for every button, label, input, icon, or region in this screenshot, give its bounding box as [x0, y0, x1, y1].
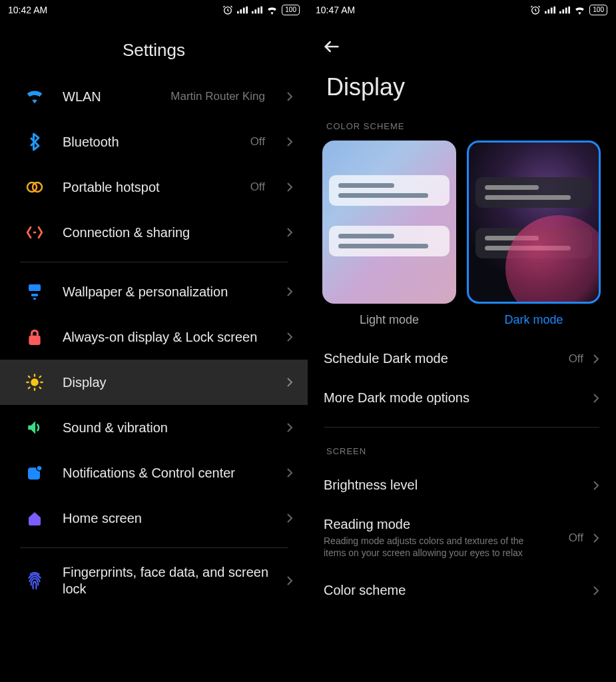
signal-icon — [237, 6, 248, 14]
row-wlan[interactable]: WLAN Martin Router King — [0, 74, 308, 119]
fingerprint-icon — [24, 570, 45, 591]
alarm-icon — [222, 5, 233, 15]
dark-mode-preview — [467, 141, 601, 304]
row-label: Reading mode — [324, 517, 562, 532]
divider — [20, 547, 288, 548]
chevron-right-icon — [286, 332, 293, 342]
row-label: Sound & vibration — [63, 420, 269, 436]
wallpaper-icon — [24, 281, 45, 302]
svg-rect-6 — [255, 9, 257, 13]
control-center-icon — [24, 462, 45, 484]
light-mode-preview — [322, 141, 456, 304]
row-label: Portable hotspot — [63, 179, 233, 196]
page-title: Display — [308, 60, 615, 117]
status-time: 10:42 AM — [8, 5, 47, 15]
chevron-right-icon — [286, 137, 293, 147]
svg-line-23 — [29, 387, 30, 388]
wifi-icon — [24, 86, 45, 107]
row-connection-sharing[interactable]: Connection & sharing — [0, 210, 308, 255]
status-icons: 100 — [222, 5, 300, 15]
row-label: More Dark mode options — [324, 390, 586, 406]
row-more-dark-mode[interactable]: More Dark mode options — [308, 378, 615, 418]
row-label: Connection & sharing — [63, 224, 269, 241]
light-mode-label: Light mode — [360, 313, 419, 327]
alarm-icon — [530, 5, 541, 15]
status-icons: 100 — [530, 5, 607, 15]
wifi-icon — [266, 6, 278, 15]
svg-point-15 — [31, 378, 39, 386]
row-label: Bluetooth — [63, 134, 233, 151]
row-wallpaper[interactable]: Wallpaper & personalization — [0, 269, 308, 314]
settings-screen: 10:42 AM 100 Settings WLAN Martin Router… — [0, 0, 308, 682]
page-title: Settings — [0, 20, 308, 74]
chevron-right-icon — [286, 377, 293, 388]
sun-icon — [24, 372, 45, 393]
row-label: Brightness level — [324, 478, 586, 493]
dark-mode-label: Dark mode — [504, 313, 563, 327]
color-scheme-selector: Light mode Dark mode — [308, 141, 615, 327]
home-icon — [24, 508, 45, 529]
svg-rect-2 — [240, 9, 242, 13]
svg-point-25 — [37, 466, 42, 471]
chevron-right-icon — [286, 227, 293, 238]
signal-icon — [545, 6, 555, 14]
svg-rect-33 — [565, 7, 567, 13]
row-biometrics[interactable]: Fingerprints, face data, and screen lock — [0, 555, 308, 607]
svg-rect-7 — [258, 7, 260, 13]
chevron-right-icon — [593, 354, 599, 364]
lock-icon — [24, 326, 45, 348]
section-screen: SCREEN — [308, 437, 615, 466]
row-schedule-dark-mode[interactable]: Schedule Dark mode Off — [308, 339, 615, 378]
row-label: Home screen — [63, 510, 269, 527]
row-hotspot[interactable]: Portable hotspot Off — [0, 165, 308, 210]
row-label: Schedule Dark mode — [324, 351, 562, 366]
chevron-right-icon — [286, 513, 293, 523]
row-value: Martin Router King — [170, 90, 265, 103]
divider — [324, 427, 599, 428]
wifi-icon — [574, 6, 585, 15]
row-bluetooth[interactable]: Bluetooth Off — [0, 119, 308, 165]
section-color-scheme: COLOR SCHEME — [308, 117, 615, 141]
row-value: Off — [569, 352, 583, 366]
svg-rect-5 — [252, 11, 254, 14]
row-home-screen[interactable]: Home screen — [0, 496, 308, 541]
svg-rect-27 — [545, 11, 547, 14]
row-brightness[interactable]: Brightness level — [308, 466, 615, 505]
row-reading-mode[interactable]: Reading mode Reading mode adjusts colors… — [308, 505, 615, 571]
row-value: Off — [250, 135, 265, 149]
status-time: 10:47 AM — [316, 5, 355, 15]
row-sound[interactable]: Sound & vibration — [0, 405, 308, 450]
status-bar: 10:42 AM 100 — [0, 0, 308, 20]
row-label: Display — [63, 374, 269, 391]
row-value: Off — [569, 531, 583, 545]
chevron-right-icon — [593, 585, 599, 596]
dark-mode-option[interactable]: Dark mode — [467, 141, 601, 327]
svg-line-22 — [39, 376, 41, 378]
row-notifications[interactable]: Notifications & Control center — [0, 450, 308, 496]
chevron-right-icon — [286, 575, 293, 586]
row-color-scheme[interactable]: Color scheme — [308, 571, 615, 610]
svg-rect-28 — [548, 9, 550, 13]
chevron-right-icon — [286, 422, 293, 433]
svg-rect-3 — [243, 7, 245, 13]
chevron-right-icon — [593, 393, 599, 404]
svg-rect-11 — [29, 284, 41, 291]
svg-rect-31 — [559, 11, 561, 14]
row-label: Always-on display & Lock screen — [63, 329, 269, 346]
chevron-right-icon — [286, 91, 293, 102]
back-button[interactable] — [322, 37, 341, 56]
row-aod-lockscreen[interactable]: Always-on display & Lock screen — [0, 314, 308, 360]
svg-line-20 — [29, 376, 30, 378]
row-value: Off — [250, 180, 265, 194]
display-screen: 10:47 AM 100 Display COLOR SCHEME Light … — [308, 0, 615, 682]
row-subtitle: Reading mode adjusts colors and textures… — [324, 535, 543, 559]
chevron-right-icon — [593, 480, 599, 491]
row-label: Wallpaper & personalization — [63, 284, 269, 300]
row-display[interactable]: Display — [0, 360, 308, 405]
svg-rect-29 — [551, 7, 553, 13]
svg-rect-1 — [237, 11, 239, 14]
status-bar: 10:47 AM 100 — [308, 0, 615, 20]
light-mode-option[interactable]: Light mode — [322, 141, 456, 327]
svg-line-21 — [39, 387, 41, 388]
row-label: WLAN — [63, 89, 153, 105]
